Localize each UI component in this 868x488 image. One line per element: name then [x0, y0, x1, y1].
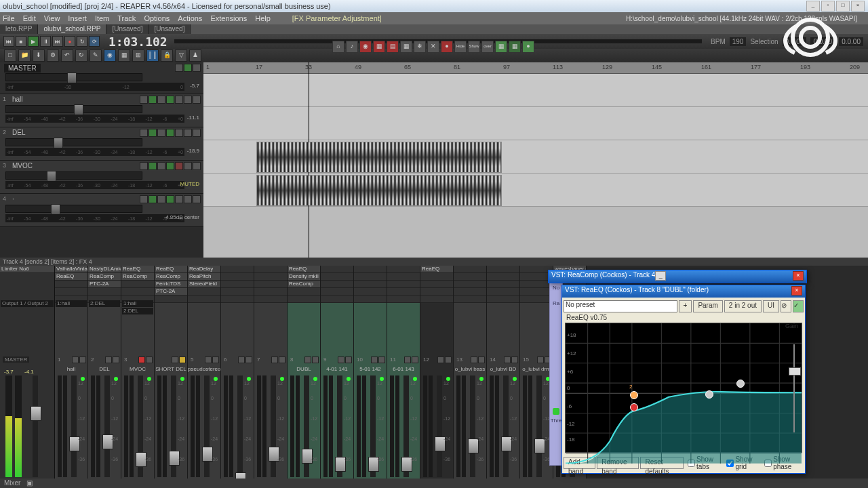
- menu-actions[interactable]: Actions: [178, 14, 202, 22]
- lane-4[interactable]: [203, 174, 868, 207]
- track-mute-button[interactable]: [175, 129, 183, 137]
- ch-solo-button[interactable]: [345, 357, 352, 363]
- lane-2[interactable]: [203, 107, 868, 140]
- track-fader[interactable]: [5, 105, 142, 113]
- ch-solo-button[interactable]: [279, 357, 285, 363]
- maximize-button[interactable]: □: [836, 1, 850, 12]
- track-fader[interactable]: [5, 138, 142, 146]
- fx-slot[interactable]: FerricTDS: [155, 281, 187, 288]
- tb2-red1-icon[interactable]: ◉: [359, 41, 372, 53]
- fx-slot[interactable]: ValhallaVintage: [55, 266, 87, 273]
- ch-name[interactable]: 4-01 141: [321, 366, 353, 372]
- menu-insert[interactable]: Insert: [68, 14, 87, 22]
- ch-solo-button[interactable]: [511, 357, 518, 363]
- fx-slot-empty[interactable]: [221, 296, 254, 303]
- fx-slot-empty[interactable]: [121, 288, 154, 296]
- mixer-ch-6[interactable]: 6 120-12-24-36: [221, 266, 254, 488]
- fx-slot[interactable]: PTC-2A: [155, 288, 187, 296]
- ch-name[interactable]: hall: [55, 366, 87, 372]
- track-env-button[interactable]: [166, 195, 174, 203]
- track-mute-button[interactable]: [175, 162, 183, 170]
- ch-rec-button[interactable]: [238, 357, 245, 363]
- bpm-value[interactable]: 190: [730, 37, 747, 46]
- fx2-titlebar[interactable]: VST: ReaEQ (Cockos) - Track 8 "DUBL" (fo…: [562, 285, 805, 298]
- ch-rec-button[interactable]: [437, 357, 444, 363]
- track-io-button[interactable]: [140, 195, 148, 203]
- tcp-track-2[interactable]: 2 DEL -inf-54-48-42-36-30-24-18-12-6+0 -…: [0, 127, 203, 161]
- ch-fader[interactable]: [370, 375, 376, 477]
- track-name[interactable]: ·: [12, 195, 14, 203]
- track-mute-button[interactable]: [175, 96, 183, 104]
- fx2-preset-select[interactable]: No preset: [564, 300, 677, 312]
- tab-unsaved1[interactable]: [Unsaved]: [106, 24, 149, 34]
- ch-fader[interactable]: [71, 375, 77, 477]
- ch-fader[interactable]: [503, 375, 509, 477]
- fx2-close-button[interactable]: ×: [791, 286, 802, 296]
- play-button[interactable]: ▶: [28, 36, 39, 47]
- ch-name[interactable]: DEL: [88, 366, 121, 372]
- fx-slot-empty[interactable]: [454, 281, 486, 288]
- fx-slot-empty[interactable]: [520, 288, 553, 296]
- fx-slot-empty[interactable]: [454, 288, 486, 296]
- ch-name[interactable]: o_lubvi drm: [520, 366, 553, 372]
- fx-slot-empty[interactable]: [387, 281, 420, 288]
- fx-slot-empty[interactable]: [454, 296, 486, 303]
- fx-slot-empty[interactable]: [254, 288, 287, 296]
- menu-item[interactable]: Item: [95, 14, 109, 22]
- eq-band-3[interactable]: [705, 390, 713, 399]
- track-solo-button[interactable]: [184, 96, 192, 104]
- tb1-env-icon[interactable]: ◉: [104, 49, 116, 62]
- fx-slot-empty[interactable]: [420, 273, 453, 281]
- ch-fader[interactable]: [237, 375, 243, 477]
- tb2-show-icon[interactable]: Show: [468, 41, 480, 53]
- fx-slot-empty[interactable]: [254, 273, 287, 281]
- fx-slot-empty[interactable]: [254, 266, 287, 273]
- fx2-gain-slider[interactable]: [789, 344, 800, 432]
- mixer-ch-15[interactable]: 15 o_lubvi drm 120-12-24-36: [520, 266, 553, 488]
- ch-solo-button[interactable]: [79, 357, 86, 363]
- fx-slot-empty[interactable]: [254, 281, 287, 288]
- ch-name[interactable]: pseudostereo: [188, 366, 220, 372]
- fx-slot-empty[interactable]: [420, 296, 453, 303]
- tab-olubvi[interactable]: olubvi_school.RPP: [38, 24, 106, 34]
- tb2-rec-icon[interactable]: ●: [441, 41, 453, 53]
- bottom-dock-icon[interactable]: ▣: [26, 479, 33, 487]
- mixer-ch-7[interactable]: 7 120-12-24-36: [254, 266, 288, 488]
- tb1-marker-icon[interactable]: ▽: [175, 49, 187, 62]
- fx-slot-empty[interactable]: [288, 288, 320, 296]
- fx2-check-button[interactable]: ✓: [793, 300, 804, 312]
- fx-window-reacomp[interactable]: VST: ReaComp (Cockos) - Track 4 _ ×: [548, 270, 807, 283]
- ch-name[interactable]: 6-01 143: [387, 366, 420, 372]
- tb1-snap-icon[interactable]: ⊞: [132, 49, 144, 62]
- ch-name[interactable]: o_lubvi bass: [454, 366, 486, 372]
- ch-fader[interactable]: [138, 375, 143, 477]
- rewind-button[interactable]: ⏮: [3, 36, 14, 47]
- fx-slot-empty[interactable]: [387, 288, 420, 296]
- fx-slot[interactable]: ReaComp: [288, 281, 320, 288]
- ch-solo-button[interactable]: [478, 357, 485, 363]
- ch-rec-button[interactable]: [205, 357, 212, 363]
- track-fader[interactable]: [5, 205, 142, 213]
- mixer-ch-2[interactable]: NastyDLAmkIIReaCompPTC-2A2:DEL 2 DEL 120…: [88, 266, 121, 488]
- master-fader[interactable]: [5, 73, 142, 81]
- ch-name[interactable]: o_lubvi BD: [487, 366, 519, 372]
- tab-leto[interactable]: leto.RPP: [0, 24, 38, 34]
- track-mute-button[interactable]: [175, 195, 183, 203]
- fx-slot[interactable]: ReaEQ: [55, 273, 87, 281]
- track-phase-button[interactable]: [157, 129, 165, 137]
- master-output[interactable]: Output 1 / Output 2: [1, 300, 54, 307]
- ch-name[interactable]: DUBL: [288, 366, 320, 372]
- track-fx-button[interactable]: [149, 162, 157, 170]
- fx-slot-empty[interactable]: [321, 266, 353, 273]
- mixer-ch-5[interactable]: ReaDelayReaPitchStereoField 5 pseudoster…: [188, 266, 221, 488]
- track-recarm-button[interactable]: [193, 162, 201, 170]
- lane-3[interactable]: [203, 140, 868, 174]
- tb1-new-icon[interactable]: □: [4, 49, 16, 62]
- track-name[interactable]: MVOC: [12, 162, 33, 169]
- minimize-button[interactable]: _: [806, 1, 820, 12]
- ch-rec-button[interactable]: [72, 357, 79, 363]
- ch-rec-button[interactable]: [371, 357, 378, 363]
- ch-fader[interactable]: [204, 375, 210, 477]
- fx-slot-empty[interactable]: [387, 266, 420, 273]
- fx-slot-empty[interactable]: [420, 281, 453, 288]
